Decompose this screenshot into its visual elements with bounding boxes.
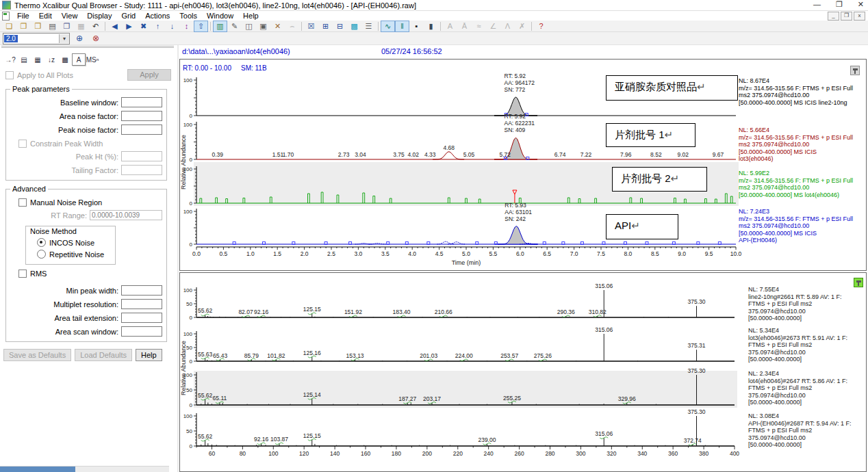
peak-detect-icon[interactable]: ⌢ <box>285 21 299 32</box>
grid-insert-icon[interactable]: ⊞ <box>318 21 333 32</box>
mdi-close-button[interactable]: x <box>854 12 865 21</box>
menu-help[interactable]: Help <box>238 12 264 20</box>
nl-value: NL: 7.55E4 <box>748 286 868 293</box>
incos-noise-radio[interactable] <box>37 238 46 247</box>
undo-icon[interactable]: ↶ <box>88 21 103 32</box>
nl-value: NL: 5.34E4 <box>748 327 868 335</box>
splitter-grip[interactable] <box>1 46 174 47</box>
annotation-box-4[interactable]: API↵ <box>606 214 678 239</box>
sort-tab[interactable]: ↓z <box>44 53 58 66</box>
panel-splitter[interactable] <box>177 45 179 472</box>
next-cell-icon[interactable]: ▶ <box>122 21 136 32</box>
pin-icon[interactable] <box>850 66 860 75</box>
menu-window[interactable]: Window <box>202 12 238 20</box>
pinned-info-tab[interactable]: →? <box>3 53 17 66</box>
min-peak-width-input[interactable] <box>121 285 162 296</box>
grid-tab[interactable]: ▩ <box>58 53 72 66</box>
autoscale-icon[interactable]: ⇧ <box>194 21 208 32</box>
display-options-icon[interactable]: ▥ <box>213 21 227 32</box>
msn-tab[interactable]: MSⁿ <box>86 53 99 66</box>
open-raw-file-icon[interactable]: ❏ <box>2 21 16 32</box>
area-scan-window-input[interactable] <box>121 326 162 337</box>
minimize-button[interactable]: — <box>813 0 821 9</box>
annotation-box-3[interactable]: 片剂批号 2↵ <box>612 167 707 192</box>
pin-cell-icon[interactable]: ◫ <box>242 21 256 32</box>
cancel-action-icon[interactable]: ✖ <box>136 21 151 32</box>
copy-icon[interactable]: ❐ <box>60 21 74 32</box>
help-button[interactable]: Help <box>136 349 162 361</box>
menu-edit[interactable]: Edit <box>34 12 57 20</box>
expand-rows-icon[interactable]: ↕ <box>179 21 194 32</box>
open-sequence-icon[interactable]: ❐ <box>16 21 31 32</box>
menu-tools[interactable]: Tools <box>175 12 202 20</box>
toolbar-separator <box>210 22 211 31</box>
trace-info-lot3-eh0046: NL: 5.66E4m/z= 314.56-315.56 F: FTMS + p… <box>739 127 866 163</box>
splitter-grip[interactable] <box>1 47 174 48</box>
spectrum-panel[interactable]: 10050055.6282.0792.16125.15151.92183.402… <box>179 272 867 472</box>
menu-grid[interactable]: Grid <box>116 12 140 20</box>
menu-file[interactable]: File <box>12 12 34 20</box>
status-tab[interactable]: ▦ <box>31 53 44 66</box>
library-search-icon[interactable]: Λ <box>500 21 515 32</box>
previous-cell-icon[interactable]: ◀ <box>107 21 122 32</box>
area-noise-factor-input[interactable] <box>121 111 162 121</box>
nl-value: NL: 2.34E4 <box>748 370 868 378</box>
scan-info-line: ms2 375.0974@hcd10.00 <box>739 92 866 99</box>
clear-results-icon[interactable]: ✗ <box>515 21 529 32</box>
label-peaks-icon[interactable]: A <box>443 21 457 32</box>
secondary-toolbar: 2.0 ▾ ⊕⊗ <box>0 32 868 45</box>
return-mark: ↵ <box>631 220 640 231</box>
grid-layout-icon[interactable]: ⊟ <box>333 21 347 32</box>
chevron-down-icon[interactable]: ▾ <box>59 34 69 43</box>
rms-checkbox[interactable] <box>18 270 27 278</box>
area-scan-window-label: Area scan window: <box>55 328 118 336</box>
label-threshold-icon[interactable]: Ā <box>457 21 472 32</box>
help-icon[interactable]: ? <box>534 21 548 32</box>
svg-text:0.0: 0.0 <box>192 250 201 257</box>
cell-background-icon[interactable]: ▩ <box>347 21 361 32</box>
chromatogram-panel[interactable]: 1000RT: 5.92AA: 964172SN: 7721000RT: 5.9… <box>179 59 867 271</box>
duplicate-cell-icon[interactable]: ▣ <box>256 21 270 32</box>
svg-text:380: 380 <box>699 450 709 457</box>
reset-zoom-icon[interactable]: ☒ <box>304 21 318 32</box>
move-up-icon[interactable]: ↑ <box>151 21 165 32</box>
smooth-trace-icon[interactable]: ≈ <box>472 21 486 32</box>
delete-cell-icon[interactable]: ✕ <box>270 21 285 32</box>
annotate-icon[interactable]: ✎ <box>227 21 242 32</box>
annotation-box-2[interactable]: 片剂批号 1↵ <box>606 123 695 147</box>
map-view-icon[interactable]: ▪ <box>409 21 424 32</box>
menu-display[interactable]: Display <box>82 12 116 20</box>
paste-icon[interactable]: ▦ <box>74 21 88 32</box>
mdi-minimize-button[interactable]: _ <box>828 12 839 21</box>
report-view-icon[interactable]: ▮ <box>424 21 438 32</box>
subtract-background-icon[interactable]: ∠ <box>486 21 500 32</box>
multiplet-resolution-input[interactable] <box>121 299 162 309</box>
svg-text:0: 0 <box>190 358 193 365</box>
open-study-icon[interactable]: ❒ <box>31 21 45 32</box>
peak-noise-factor-input[interactable] <box>121 124 162 135</box>
mass-zoom-icon[interactable]: ⊕ <box>73 33 86 44</box>
mass-tolerance-combo[interactable]: 2.0 ▾ <box>3 33 70 44</box>
header-tab[interactable]: ▤ <box>17 53 31 66</box>
restore-button[interactable]: ❐ <box>836 0 843 9</box>
close-button[interactable]: ✕ <box>858 0 864 9</box>
print-icon[interactable]: ▤ <box>45 21 60 32</box>
ladder-icon[interactable]: ☰ <box>361 21 376 32</box>
repetitive-noise-radio[interactable] <box>37 250 46 259</box>
annotation-box-1[interactable]: 亚硝胺杂质对照品↵ <box>606 75 738 101</box>
manual-noise-region-checkbox[interactable] <box>18 198 27 207</box>
left-panel-scrollbar[interactable] <box>0 466 169 472</box>
mass-reset-icon[interactable]: ⊗ <box>89 33 103 44</box>
chromatogram-view-icon[interactable]: ∿ <box>381 21 395 32</box>
scrollbar-thumb[interactable] <box>0 467 75 472</box>
svg-text:375.31: 375.31 <box>688 342 706 349</box>
move-down-icon[interactable]: ↓ <box>165 21 179 32</box>
spectrum-view-icon[interactable]: ǁ <box>395 21 409 32</box>
spectrum-plot[interactable]: 10050055.6282.0792.16125.15151.92183.402… <box>180 273 751 471</box>
menu-view[interactable]: View <box>57 12 83 20</box>
area-tail-extension-input[interactable] <box>121 313 162 323</box>
baseline-window-input[interactable] <box>121 97 162 107</box>
menu-actions[interactable]: Actions <box>140 12 175 20</box>
axis-tab[interactable]: A <box>72 53 86 66</box>
mdi-restore-button[interactable]: ❐ <box>841 12 852 21</box>
